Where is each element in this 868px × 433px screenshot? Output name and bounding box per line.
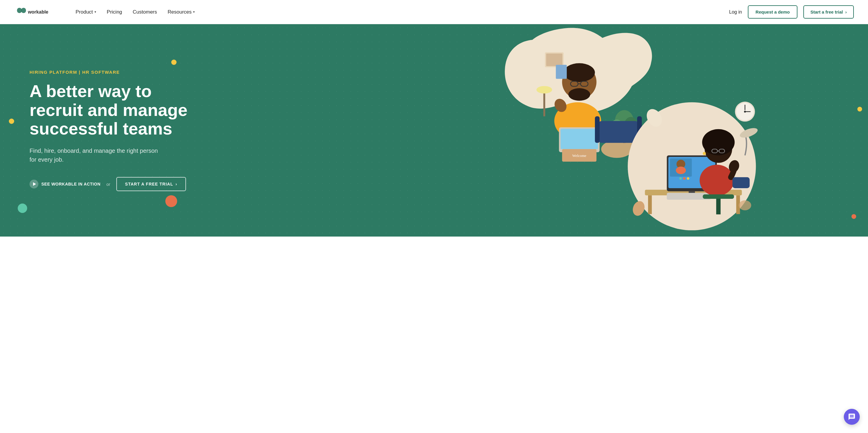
svg-point-59 bbox=[744, 111, 746, 112]
svg-point-26 bbox=[536, 86, 552, 94]
svg-text:Welcome: Welcome bbox=[572, 154, 586, 158]
start-free-trial-button[interactable]: START A FREE TRIAL › bbox=[116, 177, 186, 191]
or-separator: or bbox=[106, 182, 110, 187]
hero-subtext: Find, hire, onboard, and manage the righ… bbox=[30, 146, 159, 164]
hero-heading: A better way torecruit and managesuccess… bbox=[30, 82, 187, 138]
product-chevron-icon: ▾ bbox=[94, 10, 96, 14]
svg-rect-30 bbox=[648, 195, 652, 214]
start-trial-nav-button[interactable]: Start a free trial › bbox=[803, 5, 854, 19]
navbar: workable Product ▾ Pricing Customers Res… bbox=[0, 0, 868, 24]
svg-text:workable: workable bbox=[27, 9, 48, 14]
svg-rect-24 bbox=[546, 54, 562, 66]
hero-illustration: Welcome bbox=[391, 24, 868, 237]
svg-rect-60 bbox=[733, 177, 750, 188]
hero-ctas: SEE WORKABLE IN ACTION or START A FREE T… bbox=[30, 177, 187, 191]
svg-rect-20 bbox=[598, 121, 639, 143]
svg-point-44 bbox=[700, 165, 734, 196]
logo-link[interactable]: workable bbox=[14, 6, 61, 19]
dot-yellow-1 bbox=[171, 60, 177, 65]
svg-rect-11 bbox=[561, 129, 598, 149]
login-link[interactable]: Log in bbox=[729, 9, 742, 15]
svg-rect-52 bbox=[703, 194, 734, 199]
nav-actions: Log in Request a demo Start a free trial… bbox=[729, 5, 854, 19]
svg-rect-21 bbox=[595, 116, 600, 143]
hero-content: HIRING PLATFORM | HR SOFTWARE A better w… bbox=[30, 70, 187, 191]
nav-customers[interactable]: Customers bbox=[133, 9, 157, 15]
trial-arrow-icon: › bbox=[845, 9, 847, 14]
nav-pricing[interactable]: Pricing bbox=[107, 9, 122, 15]
svg-point-40 bbox=[683, 177, 686, 179]
dot-orange-2 bbox=[165, 195, 177, 207]
nav-links: Product ▾ Pricing Customers Resources ▾ bbox=[75, 9, 729, 15]
dot-yellow-2 bbox=[9, 119, 14, 124]
svg-point-50 bbox=[703, 152, 706, 155]
resources-chevron-icon: ▾ bbox=[193, 10, 195, 14]
request-demo-button[interactable]: Request a demo bbox=[748, 5, 798, 19]
svg-point-41 bbox=[687, 177, 689, 179]
svg-rect-53 bbox=[716, 199, 721, 214]
play-icon bbox=[30, 179, 38, 189]
dot-teal-1 bbox=[18, 203, 27, 213]
svg-point-63 bbox=[739, 200, 751, 210]
svg-rect-25 bbox=[543, 92, 545, 116]
svg-point-39 bbox=[679, 177, 682, 179]
svg-point-46 bbox=[702, 129, 735, 156]
hero-section: HIRING PLATFORM | HR SOFTWARE A better w… bbox=[0, 24, 868, 237]
svg-point-4 bbox=[564, 63, 595, 82]
nav-resources[interactable]: Resources ▾ bbox=[168, 9, 195, 15]
svg-rect-27 bbox=[556, 65, 567, 79]
svg-point-5 bbox=[568, 88, 590, 101]
nav-product[interactable]: Product ▾ bbox=[75, 9, 96, 15]
watch-action-button[interactable]: SEE WORKABLE IN ACTION bbox=[30, 179, 100, 189]
svg-point-38 bbox=[676, 167, 686, 174]
trial-cta-arrow-icon: › bbox=[176, 182, 178, 187]
hero-badge: HIRING PLATFORM | HR SOFTWARE bbox=[30, 70, 187, 75]
